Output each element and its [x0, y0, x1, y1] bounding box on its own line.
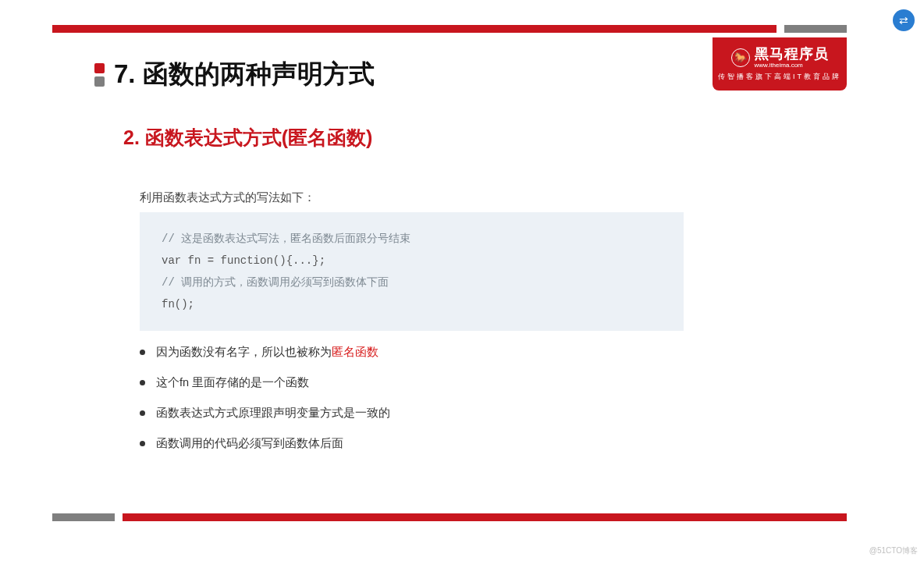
- list-item: 因为函数没有名字，所以也被称为匿名函数: [140, 345, 686, 360]
- bottom-bar-gray-segment: [52, 513, 115, 521]
- bullet-text: 因为函数没有名字，所以也被称为匿名函数: [156, 345, 378, 360]
- code-block: // 这是函数表达式写法，匿名函数后面跟分号结束 var fn = functi…: [140, 212, 684, 331]
- brand-title: 黑马程序员: [755, 47, 829, 61]
- brand-badge: 🐎 黑马程序员 www.itheima.com 传智播客旗下高端IT教育品牌: [713, 37, 847, 91]
- translate-button[interactable]: ⇄: [893, 9, 915, 31]
- translate-icon: ⇄: [899, 14, 908, 27]
- title-bullet-stack: [94, 63, 105, 87]
- watermark-text: @51CTO博客: [869, 545, 918, 556]
- list-item: 这个fn 里面存储的是一个函数: [140, 375, 686, 390]
- code-line-1: // 这是函数表达式写法，匿名函数后面跟分号结束: [162, 228, 662, 250]
- top-bar-red-segment: [52, 25, 777, 33]
- bullet-dot-icon: [140, 380, 145, 385]
- brand-text-group: 黑马程序员 www.itheima.com: [755, 47, 829, 69]
- top-accent-bar: [52, 25, 847, 33]
- bullet-text: 这个fn 里面存储的是一个函数: [156, 375, 309, 390]
- bullet-text: 函数调用的代码必须写到函数体后面: [156, 436, 343, 451]
- top-bar-gray-segment: [784, 25, 847, 33]
- code-line-3: // 调用的方式，函数调用必须写到函数体下面: [162, 272, 662, 293]
- bullet-square-red: [94, 63, 105, 73]
- code-line-2: var fn = function(){...};: [162, 250, 662, 272]
- code-line-4: fn();: [162, 293, 662, 315]
- description-text: 利用函数表达式方式的写法如下：: [140, 190, 315, 205]
- brand-logo-row: 🐎 黑马程序员 www.itheima.com: [731, 47, 829, 69]
- slide-container: 🐎 黑马程序员 www.itheima.com 传智播客旗下高端IT教育品牌 7…: [43, 0, 856, 546]
- highlight-text: 匿名函数: [332, 346, 378, 358]
- brand-url: www.itheima.com: [755, 62, 829, 69]
- bullet-dot-icon: [140, 350, 145, 355]
- list-item: 函数表达式方式原理跟声明变量方式是一致的: [140, 406, 686, 421]
- horse-icon: 🐎: [734, 51, 747, 63]
- main-title: 7. 函数的两种声明方式: [114, 57, 375, 92]
- brand-slogan: 传智播客旗下高端IT教育品牌: [718, 72, 841, 82]
- top-bar-gap: [777, 25, 784, 33]
- brand-logo-circle: 🐎: [731, 48, 750, 67]
- bullet-list: 因为函数没有名字，所以也被称为匿名函数 这个fn 里面存储的是一个函数 函数表达…: [140, 345, 686, 467]
- bullet-dot-icon: [140, 441, 145, 446]
- section-subtitle: 2. 函数表达式方式(匿名函数): [123, 125, 372, 151]
- main-title-row: 7. 函数的两种声明方式: [94, 57, 375, 92]
- list-item: 函数调用的代码必须写到函数体后面: [140, 436, 686, 451]
- bullet-dot-icon: [140, 410, 145, 416]
- bottom-bar-gap: [115, 513, 123, 521]
- bullet-square-gray: [94, 76, 105, 87]
- bullet-text: 函数表达式方式原理跟声明变量方式是一致的: [156, 406, 390, 421]
- bottom-accent-bar: [52, 513, 847, 521]
- bottom-bar-red-segment: [123, 513, 847, 521]
